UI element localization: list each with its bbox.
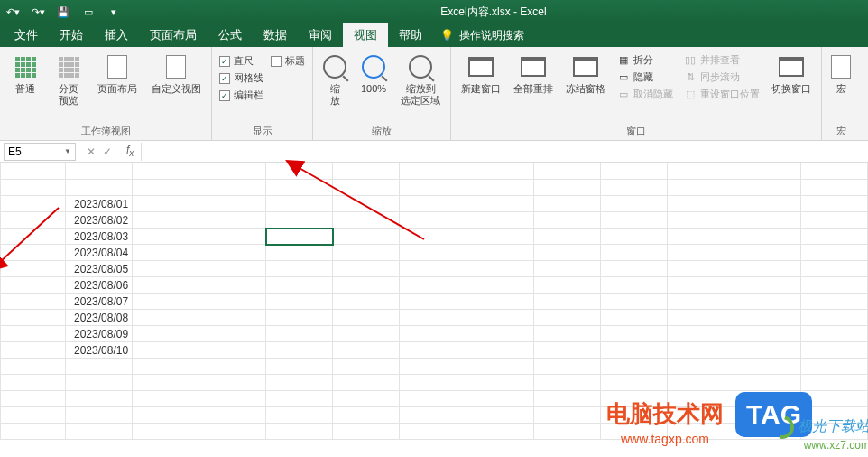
freeze-panes-icon	[571, 52, 600, 81]
sync-scroll-icon: ⇅	[684, 71, 697, 84]
tab-data[interactable]: 数据	[253, 23, 298, 47]
worksheet-area[interactable]: 2023/08/01 2023/08/02 2023/08/03 2023/08…	[0, 163, 868, 457]
unhide-button: ▭取消隐藏	[615, 87, 675, 102]
new-window-button[interactable]: 新建窗口	[457, 51, 505, 97]
watermark-site-name: 极光下载站	[798, 418, 868, 434]
zoom-100-button[interactable]: 100%	[355, 51, 392, 97]
ruler-checkbox[interactable]: ✓直尺	[219, 54, 263, 68]
ribbon-tabs: 文件 开始 插入 页面布局 公式 数据 审阅 视图 帮助 💡 操作说明搜索	[0, 23, 868, 47]
group-label-show: 显示	[217, 123, 307, 138]
hide-button[interactable]: ▭隐藏	[615, 70, 675, 85]
name-box-value: E5	[8, 145, 22, 158]
group-show: ✓直尺 ✓网格线 ✓编辑栏 标题 显示	[212, 47, 313, 140]
zoom-button[interactable]: 缩 放	[319, 51, 351, 108]
arrange-all-button[interactable]: 全部重排	[509, 51, 558, 97]
cell-b11[interactable]: 2023/08/09	[66, 326, 133, 342]
watermark-site-url: www.xz7.com	[771, 439, 868, 452]
group-macro: 宏 宏	[822, 47, 860, 140]
formula-input[interactable]	[141, 143, 868, 161]
checkbox-icon: ✓	[219, 56, 230, 67]
selected-cell-e5[interactable]	[266, 228, 333, 245]
watermark-site: 极光下载站 www.xz7.com	[771, 415, 868, 452]
normal-view-icon	[11, 52, 40, 81]
reset-window-button: ⬚重设窗口位置	[682, 87, 762, 102]
page-break-preview-button[interactable]: 分页 预览	[49, 51, 88, 108]
watermark-tagxp: 电脑技术网 www.tagxp.com	[606, 398, 724, 446]
cell-b12[interactable]: 2023/08/10	[66, 342, 133, 359]
cancel-formula-icon[interactable]: ✕	[87, 145, 96, 158]
switch-windows-icon	[777, 52, 806, 81]
freeze-panes-button[interactable]: 冻结窗格	[561, 51, 610, 97]
zoom-selection-button[interactable]: 缩放到 选定区域	[396, 51, 445, 108]
split-icon: ▦	[617, 54, 630, 67]
switch-windows-button[interactable]: 切换窗口	[767, 51, 816, 97]
group-label-window: 窗口	[457, 123, 816, 138]
page-layout-icon	[103, 52, 132, 81]
tab-view[interactable]: 视图	[343, 23, 388, 47]
cell-b7[interactable]: 2023/08/05	[66, 261, 133, 277]
name-box-dropdown-icon[interactable]: ▼	[64, 147, 71, 155]
undo-icon[interactable]: ↶▾	[4, 3, 22, 21]
formula-bar: E5 ▼ ✕ ✓ fx	[0, 141, 868, 163]
group-label-zoom: 缩放	[319, 123, 445, 138]
cell-b9[interactable]: 2023/08/07	[66, 294, 133, 310]
hide-icon: ▭	[617, 71, 630, 84]
magnifier-100-icon	[359, 52, 388, 81]
touch-mode-icon[interactable]: ▭	[79, 3, 97, 21]
reset-window-icon: ⬚	[684, 89, 697, 101]
cell-b10[interactable]: 2023/08/08	[66, 310, 133, 326]
macros-button[interactable]: 宏	[827, 51, 854, 97]
enter-formula-icon[interactable]: ✓	[103, 145, 112, 158]
tab-page-layout[interactable]: 页面布局	[139, 23, 208, 47]
checkbox-icon: ✓	[219, 73, 230, 84]
group-window: 新建窗口 全部重排 冻结窗格 ▦拆分 ▭隐藏 ▭取消隐藏 ▯▯并排查看 ⇅同步滚…	[451, 47, 822, 140]
page-layout-button[interactable]: 页面布局	[92, 51, 143, 97]
checkbox-icon: ✓	[219, 90, 230, 101]
cell-b8[interactable]: 2023/08/06	[66, 277, 133, 294]
cell-b4[interactable]: 2023/08/02	[66, 212, 133, 228]
group-zoom: 缩 放 100% 缩放到 选定区域 缩放	[313, 47, 451, 140]
checkbox-icon	[271, 56, 282, 67]
split-button[interactable]: ▦拆分	[615, 52, 675, 68]
macros-icon	[826, 52, 855, 81]
page-break-icon	[54, 52, 83, 81]
cell-b5[interactable]: 2023/08/03	[66, 228, 133, 245]
group-label-workbook-views: 工作簿视图	[5, 123, 206, 138]
side-by-side-icon: ▯▯	[684, 54, 697, 67]
fx-icon[interactable]: fx	[119, 144, 141, 158]
group-workbook-views: 普通 分页 预览 页面布局 自定义视图 工作簿视图	[0, 47, 212, 140]
magnifier-selection-icon	[406, 52, 435, 81]
window-title: Excel内容.xlsx - Excel	[123, 5, 864, 20]
tab-formula[interactable]: 公式	[208, 23, 253, 47]
watermark-title: 电脑技术网	[606, 398, 724, 430]
magnifier-icon	[320, 52, 349, 81]
gridlines-checkbox[interactable]: ✓网格线	[219, 71, 263, 85]
formulabar-checkbox[interactable]: ✓编辑栏	[219, 89, 263, 102]
tab-review[interactable]: 审阅	[298, 23, 343, 47]
custom-views-icon	[162, 52, 190, 81]
swoosh-icon	[766, 411, 799, 443]
sync-scroll-button: ⇅同步滚动	[682, 70, 762, 85]
qat-customize-icon[interactable]: ▾	[105, 3, 123, 21]
headings-checkbox[interactable]: 标题	[271, 54, 305, 68]
lightbulb-icon: 💡	[440, 29, 454, 42]
tab-insert[interactable]: 插入	[94, 23, 139, 47]
tell-me-search[interactable]: 💡 操作说明搜索	[440, 28, 524, 43]
tab-help[interactable]: 帮助	[388, 23, 433, 47]
name-box[interactable]: E5 ▼	[4, 143, 76, 161]
tab-file[interactable]: 文件	[4, 23, 49, 47]
tab-home[interactable]: 开始	[49, 23, 94, 47]
group-label-macro: 宏	[827, 123, 854, 138]
cell-b6[interactable]: 2023/08/04	[66, 245, 133, 261]
cell-b3[interactable]: 2023/08/01	[66, 196, 133, 212]
view-side-by-side-button: ▯▯并排查看	[682, 52, 762, 68]
redo-icon[interactable]: ↷▾	[29, 3, 47, 21]
save-icon[interactable]: 💾	[54, 3, 72, 21]
quick-access-toolbar: ↶▾ ↷▾ 💾 ▭ ▾	[4, 3, 123, 21]
unhide-icon: ▭	[617, 89, 630, 101]
custom-views-button[interactable]: 自定义视图	[146, 51, 206, 97]
ribbon: 普通 分页 预览 页面布局 自定义视图 工作簿视图 ✓直尺 ✓网格线 ✓编辑栏	[0, 47, 868, 141]
formula-bar-buttons: ✕ ✓	[79, 145, 119, 158]
normal-view-button[interactable]: 普通	[5, 51, 45, 97]
search-placeholder: 操作说明搜索	[459, 28, 524, 43]
